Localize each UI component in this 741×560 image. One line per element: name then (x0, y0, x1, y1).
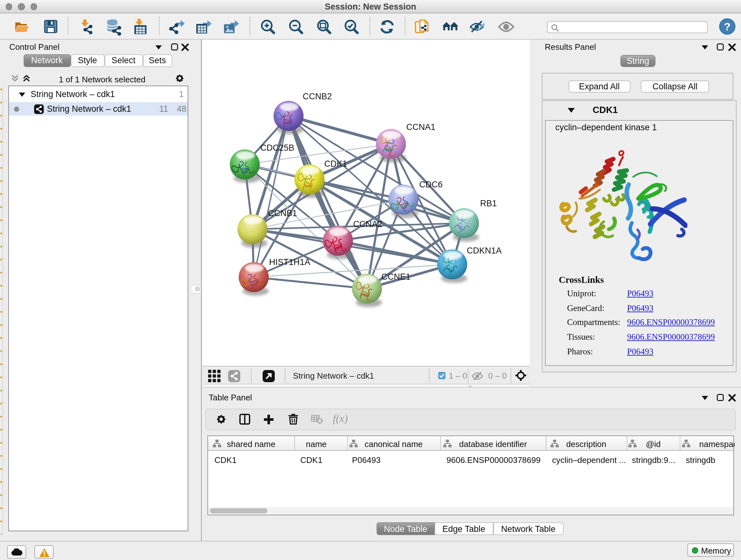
svg-text:CDKN1A: CDKN1A (466, 246, 501, 255)
svg-text:CCNB1: CCNB1 (267, 208, 297, 218)
svg-text:CDC6: CDC6 (419, 180, 442, 189)
svg-text:CCNB2: CCNB2 (302, 91, 332, 101)
svg-text:CCNA2: CCNA2 (353, 219, 382, 229)
svg-text:?: ? (724, 20, 731, 33)
svg-text:CDK1: CDK1 (324, 159, 347, 169)
svg-text:CCNE1: CCNE1 (381, 272, 410, 282)
svg-text:HIST1H1A: HIST1H1A (269, 257, 310, 267)
svg-text:CDC25B: CDC25B (260, 143, 294, 152)
svg-text:CCNA1: CCNA1 (406, 122, 435, 132)
svg-text:RB1: RB1 (480, 199, 497, 208)
